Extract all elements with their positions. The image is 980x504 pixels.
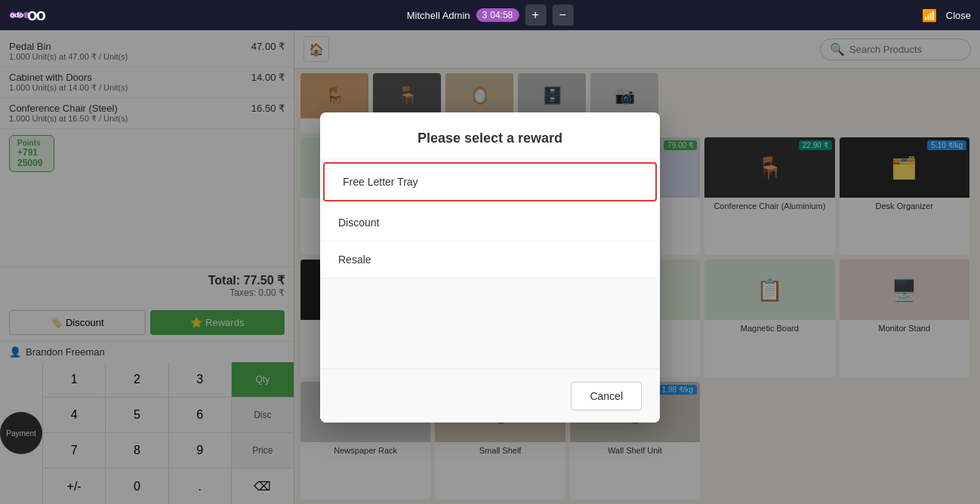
modal-overlay: Please select a reward Free Letter Tray … [0, 30, 980, 504]
reward-label: Discount [338, 217, 379, 229]
logo-text: oo [27, 5, 45, 25]
modal-footer: Cancel [320, 369, 660, 423]
wifi-icon: 📶 [922, 8, 937, 23]
session-num: 3 [482, 10, 488, 20]
reward-option-free-letter-tray[interactable]: Free Letter Tray [323, 162, 657, 201]
add-session-button[interactable]: + [525, 5, 546, 26]
close-button[interactable]: Close [946, 10, 971, 21]
cancel-button[interactable]: Cancel [571, 382, 642, 410]
minus-session-button[interactable]: − [552, 5, 573, 26]
reward-label: Resale [338, 254, 371, 266]
topbar-right: 📶 Close [922, 8, 971, 23]
topbar-center: Mitchell Admin 3 04:58 + − [407, 5, 574, 26]
topbar: odo oo Mitchell Admin 3 04:58 + − 📶 Clos… [0, 0, 980, 30]
odoo-logo: odo oo [9, 5, 45, 26]
session-timer: 04:58 [490, 10, 513, 20]
reward-option-discount[interactable]: Discount [320, 204, 660, 241]
svg-text:odo: odo [10, 11, 23, 19]
reward-empty-space [320, 278, 660, 369]
user-name: Mitchell Admin [407, 10, 470, 21]
reward-label: Free Letter Tray [343, 176, 418, 188]
reward-option-resale[interactable]: Resale [320, 241, 660, 278]
modal-title: Please select a reward [320, 112, 660, 159]
modal-body: Free Letter Tray Discount Resale [320, 162, 660, 369]
reward-modal: Please select a reward Free Letter Tray … [320, 112, 660, 423]
session-badge: 3 04:58 [476, 8, 519, 22]
